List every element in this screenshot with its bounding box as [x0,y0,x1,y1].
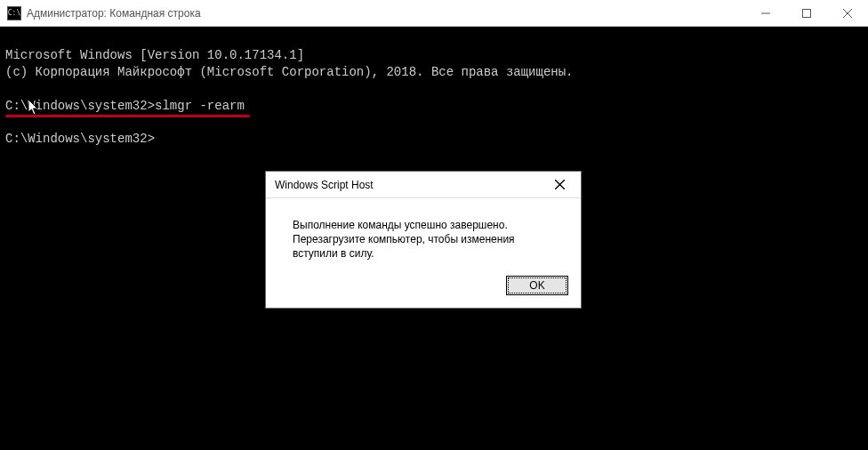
prompt: C:\Windows\system32> [5,99,155,113]
dialog-message-line: Перезагрузите компьютер, чтобы изменения… [293,232,561,261]
dialog-message-line: Выполнение команды успешно завершено. [293,218,561,232]
dialog-titlebar[interactable]: Windows Script Host [266,172,581,198]
dialog-close-button[interactable] [542,173,577,197]
dialog-title: Windows Script Host [275,179,542,191]
window-controls [745,0,868,26]
maximize-button[interactable] [786,0,827,26]
close-button[interactable] [827,0,868,26]
minimize-button[interactable] [745,0,786,26]
ok-button[interactable]: OK [506,276,568,295]
cmd-icon: C:\ [7,6,21,20]
dialog-body: Выполнение команды успешно завершено. Пе… [266,198,581,276]
message-dialog: Windows Script Host Выполнение команды у… [265,171,582,309]
console-line: (c) Корпорация Майкрософт (Microsoft Cor… [5,64,863,81]
console-line: Microsoft Windows [Version 10.0.17134.1] [5,47,863,64]
dialog-footer: OK [266,276,581,308]
console-line: C:\Windows\system32> [5,131,863,148]
prompt: C:\Windows\system32> [5,132,155,146]
svg-rect-1 [803,9,811,17]
console-line: C:\Windows\system32>slmgr -rearm [5,98,863,115]
command-text: slmgr -rearm [155,99,245,113]
window-titlebar: C:\ Администратор: Командная строка [0,0,868,27]
annotation-underline [5,115,250,117]
window-title: Администратор: Командная строка [27,7,745,20]
